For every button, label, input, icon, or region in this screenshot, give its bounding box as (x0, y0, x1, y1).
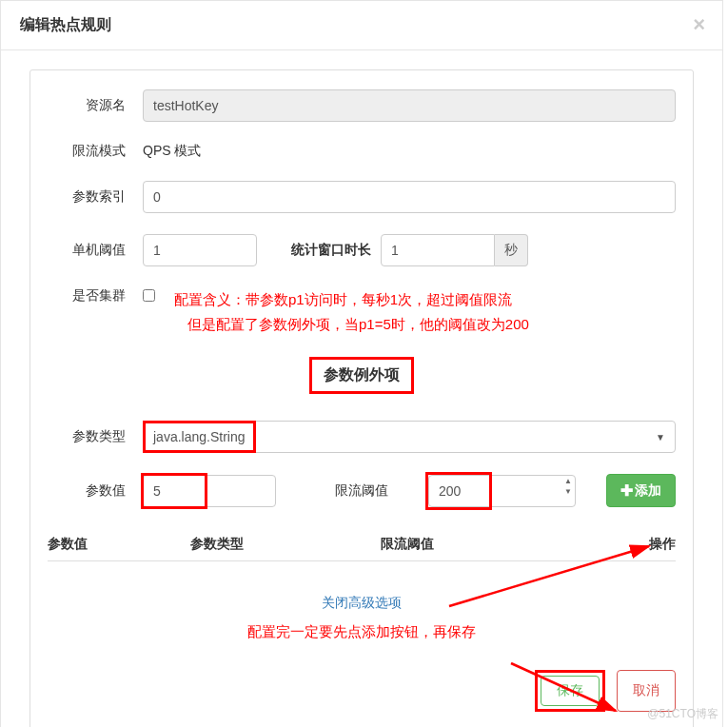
save-button[interactable]: 保存 (541, 676, 600, 706)
row-resource: 资源名 (48, 89, 676, 122)
flow-threshold-label: 限流阈值 (305, 482, 419, 500)
flow-threshold-input[interactable] (428, 475, 576, 507)
row-param-value: 参数值 限流阈值 ▲▼ ✚ 添加 (48, 474, 676, 507)
row-param-type: 参数类型 java.lang.String ▼ (48, 421, 676, 453)
add-button[interactable]: ✚ 添加 (606, 474, 676, 507)
cluster-label: 是否集群 (48, 287, 143, 305)
add-button-label: 添加 (635, 482, 661, 500)
plus-icon: ✚ (620, 481, 633, 500)
param-index-input[interactable] (143, 181, 676, 213)
modal-dialog: 编辑热点规则 × 资源名 限流模式 QPS 模式 参数索引 单机阈值 统计窗口时… (0, 0, 723, 727)
watermark: @51CTO博客 (647, 706, 718, 722)
form-panel: 资源名 限流模式 QPS 模式 参数索引 单机阈值 统计窗口时长 秒 是否集群 (30, 69, 694, 727)
table-header: 参数值 参数类型 限流阈值 操作 (48, 528, 676, 561)
row-cluster: 是否集群 配置含义：带参数p1访问时，每秒1次，超过阈值限流 但是配置了参数例外… (48, 287, 676, 336)
row-param-index: 参数索引 (48, 181, 676, 213)
param-type-select[interactable]: java.lang.String ▼ (143, 421, 676, 453)
modal-title: 编辑热点规则 (20, 15, 703, 35)
resource-label: 资源名 (48, 97, 143, 114)
note-line2: 但是配置了参数例外项，当p1=5时，他的阈值改为200 (174, 312, 529, 337)
cluster-checkbox[interactable] (143, 289, 155, 302)
mode-label: 限流模式 (48, 143, 143, 160)
highlight-box-save: 保存 (535, 670, 605, 712)
exception-header-text: 参数例外项 (309, 357, 414, 394)
exception-header: 参数例外项 (48, 357, 676, 394)
modal-header: 编辑热点规则 × (1, 1, 722, 50)
footer-buttons: 保存 取消 (48, 670, 676, 712)
note-line1: 配置含义：带参数p1访问时，每秒1次，超过阈值限流 (174, 287, 529, 312)
row-mode: 限流模式 QPS 模式 (48, 143, 676, 160)
param-value-input[interactable] (143, 475, 276, 507)
chevron-down-icon: ▼ (656, 432, 665, 442)
save-note: 配置完一定要先点添加按钮，再保存 (48, 623, 676, 641)
param-type-label: 参数类型 (48, 428, 143, 445)
close-icon[interactable]: × (693, 12, 705, 37)
window-label: 统计窗口时长 (257, 242, 381, 259)
modal-body: 资源名 限流模式 QPS 模式 参数索引 单机阈值 统计窗口时长 秒 是否集群 (1, 50, 722, 727)
config-note: 配置含义：带参数p1访问时，每秒1次，超过阈值限流 但是配置了参数例外项，当p1… (174, 287, 529, 336)
threshold-label: 单机阈值 (48, 242, 143, 259)
spinner-icons[interactable]: ▲▼ (564, 478, 572, 496)
window-input[interactable] (381, 234, 495, 266)
window-unit: 秒 (495, 234, 528, 266)
param-index-label: 参数索引 (48, 188, 143, 206)
resource-input (143, 89, 676, 122)
th-param-type: 参数类型 (190, 536, 381, 553)
th-threshold: 限流阈值 (381, 536, 561, 553)
close-advanced-link[interactable]: 关闭高级选项 (48, 595, 676, 612)
row-threshold: 单机阈值 统计窗口时长 秒 (48, 234, 676, 266)
th-param-value: 参数值 (48, 536, 190, 553)
threshold-input[interactable] (143, 234, 257, 266)
th-action: 操作 (561, 536, 676, 553)
param-type-value: java.lang.String (143, 421, 256, 453)
mode-value: QPS 模式 (143, 143, 201, 160)
param-value-label: 参数值 (48, 482, 143, 500)
